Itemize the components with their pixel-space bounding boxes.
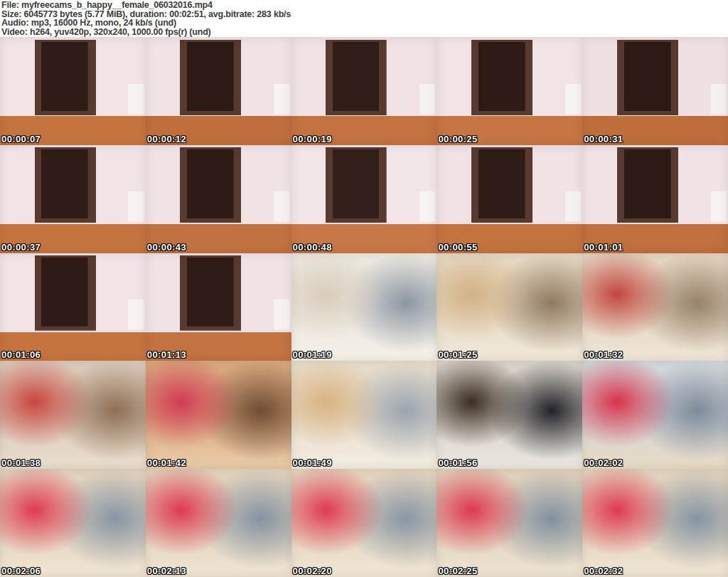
timestamp-overlay: 00:00:55 [438,242,477,253]
video-thumbnail: 00:00:48 [291,145,437,253]
video-thumbnail: 00:01:19 [291,253,437,361]
timestamp-overlay: 00:00:19 [293,134,332,144]
video-thumbnail: 00:02:32 [582,469,728,577]
video-thumbnail: 00:00:37 [0,145,146,253]
timestamp-overlay: 00:02:02 [584,457,623,468]
timestamp-overlay: 00:01:25 [438,349,477,360]
video-thumbnail: 00:00:25 [437,37,582,145]
timestamp-overlay: 00:01:13 [147,349,186,360]
timestamp-overlay: 00:00:37 [1,242,41,253]
video-thumbnail: 00:01:13 [146,253,291,361]
video-thumbnail: 00:01:56 [437,361,582,469]
media-info-header: File: myfreecams_b_happy__female_0603201… [0,0,728,37]
timestamp-overlay: 00:00:25 [438,134,477,144]
timestamp-overlay: 00:01:01 [584,242,623,253]
video-thumbnail: 00:00:43 [146,145,291,253]
timestamp-overlay: 00:01:49 [293,457,332,468]
video-thumbnail: 00:01:32 [582,253,728,361]
video-thumbnail: 00:02:20 [291,469,437,577]
timestamp-overlay: 00:01:42 [147,457,186,468]
video-contact-sheet: File: myfreecams_b_happy__female_0603201… [0,0,728,577]
video-info-line: Video: h264, yuv420p, 320x240, 1000.00 f… [1,28,728,37]
timestamp-overlay: 00:01:06 [1,349,41,360]
video-thumbnail: 00:01:06 [0,253,146,361]
video-thumbnail: 00:01:49 [291,361,437,469]
video-thumbnail: 00:00:19 [291,37,437,145]
timestamp-overlay: 00:01:19 [293,349,332,360]
timestamp-overlay: 00:00:12 [147,134,186,144]
video-thumbnail: 00:01:42 [146,361,291,469]
timestamp-overlay: 00:01:38 [1,457,41,468]
timestamp-overlay: 00:01:32 [584,349,623,360]
timestamp-overlay: 00:02:25 [438,566,477,576]
timestamp-overlay: 00:00:43 [147,242,186,253]
timestamp-overlay: 00:02:13 [147,566,186,576]
video-thumbnail: 00:02:06 [0,469,146,577]
video-thumbnail: 00:02:13 [146,469,291,577]
timestamp-overlay: 00:02:06 [1,566,41,576]
timestamp-overlay: 00:01:56 [438,457,477,468]
video-thumbnail: 00:01:25 [437,253,582,361]
timestamp-overlay: 00:00:07 [1,134,41,144]
video-thumbnail: 00:00:07 [0,37,146,145]
video-thumbnail: 00:02:02 [582,361,728,469]
timestamp-overlay: 00:02:20 [293,566,332,576]
video-thumbnail: 00:00:31 [582,37,728,145]
video-thumbnail: 00:01:38 [0,361,146,469]
video-thumbnail: 00:02:25 [437,469,582,577]
video-thumbnail: 00:00:55 [437,145,582,253]
timestamp-overlay: 00:02:32 [584,566,623,576]
timestamp-overlay: 00:00:48 [293,242,332,253]
video-thumbnail: 00:01:01 [582,145,728,253]
thumbnail-grid: 00:00:07 00:00:12 00:00:19 00:00:25 00:0… [0,37,728,577]
file-name-line: File: myfreecams_b_happy__female_0603201… [1,1,728,10]
video-thumbnail: 00:00:12 [146,37,291,145]
timestamp-overlay: 00:00:31 [584,134,623,144]
